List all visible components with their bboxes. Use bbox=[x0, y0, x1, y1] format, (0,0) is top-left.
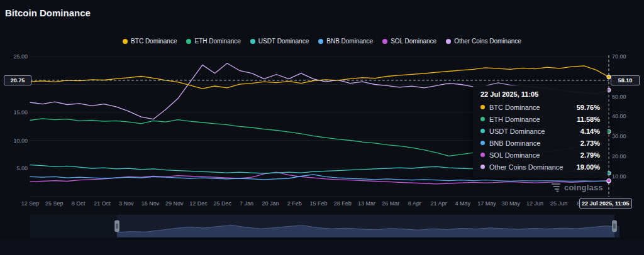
tooltip-series-dot-icon bbox=[480, 105, 485, 109]
navigator-right-handle[interactable] bbox=[613, 220, 617, 232]
coinglass-watermark-text: coinglass bbox=[564, 183, 603, 192]
tooltip-series-value: 2.73% bbox=[580, 139, 600, 147]
tooltip-series-value: 59.76% bbox=[577, 104, 600, 111]
tooltip-series-dot-icon bbox=[480, 117, 485, 121]
crosshair-left-value-flag: 20.75 bbox=[4, 75, 31, 85]
legend-item-label: SOL Dominance bbox=[391, 38, 436, 45]
legend-marker-icon bbox=[250, 39, 255, 44]
legend-marker-icon bbox=[186, 39, 191, 44]
legend-marker-icon bbox=[382, 39, 387, 44]
right-axis-tick: 50.00 bbox=[612, 94, 640, 100]
tooltip-rows: BTC Dominance59.76%ETH Dominance11.58%US… bbox=[480, 101, 600, 173]
legend-item-label: ETH Dominance bbox=[194, 38, 240, 45]
left-axis-tick: 10.00 bbox=[6, 138, 28, 144]
tooltip-row-usdt: USDT Dominance4.14% bbox=[480, 125, 600, 137]
right-axis-tick: 10.00 bbox=[612, 173, 640, 180]
left-axis-tick: 15.00 bbox=[6, 109, 28, 116]
coinglass-watermark: coinglass bbox=[551, 182, 603, 192]
tooltip-series-label: ETH Dominance bbox=[489, 116, 577, 123]
tooltip-series-dot-icon bbox=[480, 165, 485, 169]
legend-item-other[interactable]: Other Coins Dominance bbox=[446, 38, 521, 45]
tooltip-series-label: USDT Dominance bbox=[489, 127, 580, 135]
tooltip-row-bnb: BNB Dominance2.73% bbox=[480, 137, 600, 149]
legend-item-label: Other Coins Dominance bbox=[454, 38, 521, 45]
legend-item-label: BNB Dominance bbox=[326, 38, 373, 45]
tooltip-series-dot-icon bbox=[480, 153, 485, 157]
legend-item-label: USDT Dominance bbox=[258, 38, 309, 45]
tooltip-row-other: Other Coins Dominance19.00% bbox=[480, 161, 600, 173]
legend-item-usdt[interactable]: USDT Dominance bbox=[250, 38, 309, 45]
crosshair-right-value-flag: 58.10 bbox=[611, 75, 640, 85]
tooltip-row-btc: BTC Dominance59.76% bbox=[480, 101, 600, 113]
bitcoin-dominance-dashboard: Bitcoin Dominance BTC DominanceETH Domin… bbox=[0, 0, 644, 255]
legend-item-sol[interactable]: SOL Dominance bbox=[382, 38, 436, 45]
tooltip-series-value: 19.00% bbox=[577, 163, 600, 171]
coinglass-logo-icon bbox=[551, 182, 561, 192]
tooltip-series-dot-icon bbox=[480, 141, 485, 145]
right-axis-tick: 20.00 bbox=[612, 153, 640, 160]
tooltip-series-label: BNB Dominance bbox=[489, 139, 580, 147]
left-axis-tick: 25.00 bbox=[6, 53, 28, 60]
chart-legend: BTC DominanceETH DominanceUSDT Dominance… bbox=[0, 38, 644, 45]
tooltip-series-value: 11.58% bbox=[577, 116, 600, 123]
tooltip-series-label: Other Coins Dominance bbox=[489, 163, 577, 171]
tooltip-date: 22 Jul 2025, 11:05 bbox=[480, 90, 600, 98]
right-axis-tick: 40.00 bbox=[612, 113, 640, 119]
legend-marker-icon bbox=[446, 39, 451, 44]
right-axis-tick: 70.00 bbox=[612, 53, 640, 60]
legend-item-eth[interactable]: ETH Dominance bbox=[186, 38, 240, 45]
legend-marker-icon bbox=[123, 39, 128, 44]
right-axis-tick: 30.00 bbox=[612, 133, 640, 139]
tooltip-series-value: 2.79% bbox=[580, 151, 600, 159]
tooltip-series-value: 4.14% bbox=[580, 127, 600, 135]
crosshair-date-flag: 22 Jul 2025, 11:05 bbox=[579, 198, 632, 209]
series-marker-sol bbox=[607, 179, 611, 183]
tooltip-series-label: SOL Dominance bbox=[489, 151, 580, 159]
legend-item-bnb[interactable]: BNB Dominance bbox=[318, 38, 373, 45]
navigator-left-handle[interactable] bbox=[115, 220, 119, 232]
page-title: Bitcoin Dominance bbox=[5, 8, 91, 18]
left-axis-tick: 5.00 bbox=[6, 165, 28, 171]
legend-marker-icon bbox=[318, 39, 323, 44]
tooltip-row-sol: SOL Dominance2.79% bbox=[480, 149, 600, 161]
tooltip-series-dot-icon bbox=[480, 129, 485, 133]
tooltip-series-label: BTC Dominance bbox=[489, 104, 577, 111]
chart-tooltip: 22 Jul 2025, 11:05 BTC Dominance59.76%ET… bbox=[473, 85, 608, 178]
legend-item-btc[interactable]: BTC Dominance bbox=[123, 38, 177, 45]
legend-item-label: BTC Dominance bbox=[131, 38, 177, 45]
tooltip-row-eth: ETH Dominance11.58% bbox=[480, 113, 600, 125]
